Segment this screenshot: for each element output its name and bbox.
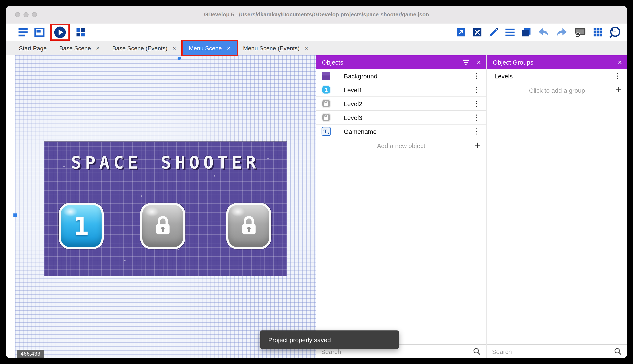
undo-icon[interactable] [537,26,550,38]
scene-title-text-object[interactable]: SPACE SHOOTER [44,153,287,173]
groups-list: Levels ⋮ Click to add a group + [487,69,627,344]
tab-menu-scene[interactable]: Menu Scene × [182,41,237,55]
play-preview-icon[interactable] [54,26,66,38]
tab-base-scene[interactable]: Base Scene × [53,41,106,55]
add-new-object-button[interactable]: Add a new object + [316,138,486,153]
plus-icon[interactable]: + [616,84,622,96]
close-tab-icon[interactable]: × [96,45,100,51]
objects-search-input[interactable] [321,348,469,355]
level2-object-icon [321,98,331,108]
group-label: Levels [494,72,513,80]
kebab-menu-icon[interactable]: ⋮ [472,127,481,136]
maximize-window-button[interactable] [32,12,37,17]
object-label: Gamename [344,128,377,135]
edit-pencil-icon[interactable] [488,27,499,38]
groups-panel-title: Object Groups [493,59,612,66]
instances-list-icon[interactable] [505,27,515,38]
plus-icon[interactable]: + [475,139,481,151]
redo-icon[interactable] [555,26,568,38]
add-object-icon[interactable] [455,27,466,38]
add-object-label: Add a new object [377,142,425,149]
zoom-level-label: 1:1 [610,29,617,32]
scene-editor-canvas[interactable]: SPACE SHOOTER 1 [6,55,316,358]
tab-label: Base Scene (Events) [112,45,167,51]
title-bar: GDevelop 5 - /Users/dkarakay/Documents/G… [6,6,627,24]
object-row-level1[interactable]: 1 Level1 ⋮ [316,83,486,97]
close-panel-icon[interactable]: × [477,58,481,66]
object-row-level3[interactable]: Level3 ⋮ [316,111,486,124]
add-group-label: Click to add a group [529,86,585,94]
toast-message: Project properly saved [268,336,331,343]
level1-button-object[interactable]: 1 [59,203,104,249]
object-label: Level3 [344,114,362,121]
svg-text:T: T [324,128,327,134]
close-tab-icon[interactable]: × [173,45,176,51]
object-label: Background [344,72,377,80]
scene-window-icon[interactable] [34,27,45,38]
main-area: SPACE SHOOTER 1 [6,55,627,358]
gdevelop-window: GDevelop 5 - /Users/dkarakay/Documents/G… [6,6,627,358]
instances-icon[interactable] [472,27,483,38]
group-row-levels[interactable]: Levels ⋮ [487,69,627,83]
search-icon [473,347,481,356]
save-toast: Project properly saved [260,330,399,349]
objects-panel-header: Objects × [316,55,486,69]
tab-label: Menu Scene (Events) [243,45,299,51]
object-row-gamename[interactable]: Tx Gamename ⋮ [316,124,486,138]
toolbar: 1:1 [6,24,627,41]
close-window-button[interactable] [15,12,20,17]
tab-bar: Start Page Base Scene × Base Scene (Even… [6,41,627,55]
objects-panel-title: Objects [322,59,457,66]
close-panel-icon[interactable]: × [618,58,622,66]
search-icon [614,347,622,356]
selection-handle[interactable] [14,214,17,217]
debug-icon[interactable] [75,27,86,38]
objects-list: Background ⋮ 1 Level1 ⋮ Level2 ⋮ [316,69,486,344]
zoom-1-1-icon[interactable]: 1:1 [609,26,621,38]
level1-object-icon: 1 [321,85,331,95]
object-label: Level2 [344,100,362,107]
groups-search-bar [487,344,627,358]
kebab-menu-icon[interactable]: ⋮ [472,99,481,108]
window-title: GDevelop 5 - /Users/dkarakay/Documents/G… [204,11,429,18]
close-tab-icon[interactable]: × [304,45,308,51]
level1-number: 1 [74,211,89,241]
lock-icon [151,214,174,238]
window-mask-icon[interactable] [573,26,587,38]
kebab-menu-icon[interactable]: ⋮ [472,85,481,94]
add-group-button[interactable]: Click to add a group + [487,83,627,97]
level3-object-icon [321,112,331,122]
tab-label: Base Scene [59,45,91,51]
text-object-icon: Tx [321,126,331,136]
close-tab-icon[interactable]: × [227,45,231,51]
background-object-icon [321,71,331,81]
object-groups-panel: Object Groups × Levels ⋮ Click to add a … [487,55,627,358]
lock-icon [237,214,260,238]
grid-icon[interactable] [592,27,603,38]
tab-label: Menu Scene [189,45,222,51]
groups-search-input[interactable] [492,348,610,355]
tab-menu-scene-events[interactable]: Menu Scene (Events) × [237,41,314,55]
groups-panel-header: Object Groups × [487,55,627,69]
objects-panel: Objects × Background ⋮ 1 [316,55,486,358]
window-controls [15,12,37,17]
object-row-level2[interactable]: Level2 ⋮ [316,97,486,111]
minimize-window-button[interactable] [24,12,29,17]
kebab-menu-icon[interactable]: ⋮ [613,71,622,80]
filter-icon[interactable] [462,58,471,67]
object-label: Level1 [344,86,362,93]
tab-base-scene-events[interactable]: Base Scene (Events) × [106,41,183,55]
project-manager-icon[interactable] [18,27,29,38]
kebab-menu-icon[interactable]: ⋮ [472,71,481,80]
scene-background-object[interactable]: SPACE SHOOTER 1 [44,142,287,276]
layers-icon[interactable] [521,27,532,38]
play-annotation-box [50,24,70,41]
selection-marker-dot [178,56,181,60]
object-row-background[interactable]: Background ⋮ [316,69,486,83]
tab-label: Start Page [19,45,47,51]
kebab-menu-icon[interactable]: ⋮ [472,113,481,122]
svg-text:1: 1 [325,87,328,93]
level2-button-object[interactable] [140,203,185,249]
tab-start-page[interactable]: Start Page [13,41,53,55]
level3-button-object[interactable] [226,203,271,249]
